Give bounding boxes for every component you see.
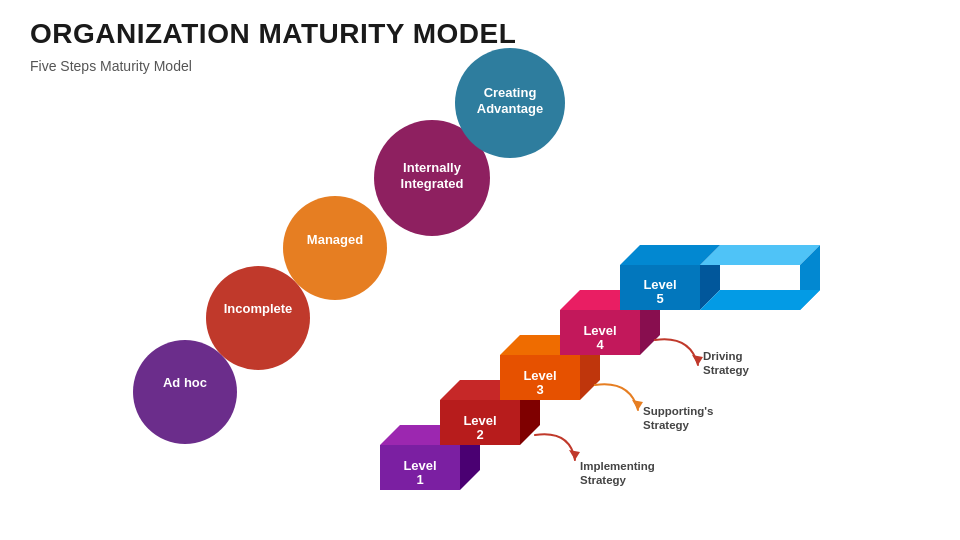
diagram-svg: Ad hoc Incomplete Managed Internally Int… [0,0,960,540]
level5-front-ext [700,290,820,310]
bubble-adhoc-label: Ad hoc [163,375,207,390]
arrow-implementing-head [569,450,580,460]
label-implementing1: Implementing [580,460,655,472]
bubble-internally-label2: Integrated [401,176,464,191]
label-driving1: Driving [703,350,743,362]
level1-text2: 1 [416,472,423,487]
level3-text2: 3 [536,382,543,397]
level5-text2: 5 [656,291,663,306]
level2-text2: 2 [476,427,483,442]
bubble-adhoc [133,340,237,444]
label-supporting1: Supporting's [643,405,713,417]
bubble-managed [283,196,387,300]
arrow-driving [655,339,698,365]
level1-text1: Level [403,458,436,473]
bubble-creating-label2: Advantage [477,101,543,116]
label-supporting2: Strategy [643,419,690,431]
bubble-internally-label1: Internally [403,160,462,175]
level4-text1: Level [583,323,616,338]
bubble-creating-label1: Creating [484,85,537,100]
bubble-managed-label: Managed [307,232,363,247]
arrow-supporting-head [632,400,643,410]
level4-text2: 4 [596,337,604,352]
arrow-driving-head [692,355,703,365]
label-implementing2: Strategy [580,474,627,486]
arrow-supporting [595,384,638,410]
bubble-incomplete [206,266,310,370]
label-driving2: Strategy [703,364,750,376]
level5-text1: Level [643,277,676,292]
level3-text1: Level [523,368,556,383]
level2-text1: Level [463,413,496,428]
bubble-incomplete-label: Incomplete [224,301,293,316]
level5-top-ext [700,245,820,265]
arrow-implementing [535,434,575,460]
